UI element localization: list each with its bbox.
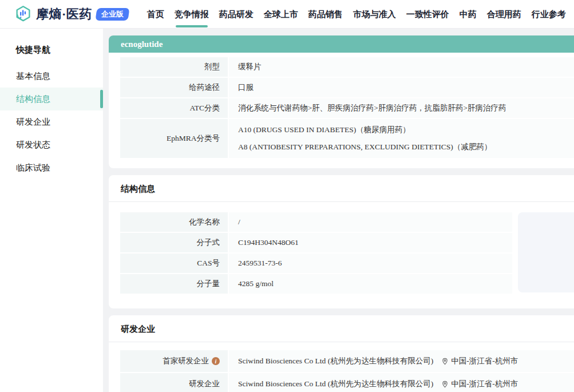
company-location: 中国-浙江省-杭州市	[441, 379, 518, 389]
nav-item-market-access[interactable]: 市场与准入	[353, 0, 396, 29]
row-value: 消化系统与代谢药物>肝、胆疾病治疗药>肝病治疗药，抗脂肪肝药>肝病治疗药	[229, 98, 574, 118]
molecular-structure-placeholder	[518, 212, 574, 292]
row-value: A10 (DRUGS USED IN DIABETES)（糖尿病用药） A8 (…	[229, 119, 574, 158]
main-nav: 首页 竞争情报 药品研发 全球上市 药品销售 市场与准入 一致性评价 中药 合理…	[147, 0, 566, 29]
table-row: 分子式 C194H304N48O61	[120, 233, 512, 252]
row-label: 分子量	[120, 274, 228, 294]
location-text: 中国-浙江省-杭州市	[451, 379, 518, 389]
brand-name: 摩熵·医药	[36, 6, 92, 23]
table-row: 分子量 4285 g/mol	[120, 274, 512, 294]
table-row: EphMRA分类号 A10 (DRUGS USED IN DIABETES)（糖…	[120, 119, 574, 158]
nav-item-drug-sales[interactable]: 药品销售	[308, 0, 343, 29]
rd-company-card: 研发企业 首家研发企业 i Sciwind Biosciences Co Ltd…	[109, 315, 574, 392]
sidebar-item-clinical-trials[interactable]: 临床试验	[0, 156, 103, 179]
company-name[interactable]: Sciwind Biosciences Co Ltd (杭州先为达生物科技有限公…	[238, 356, 433, 366]
table-row: 首家研发企业 i Sciwind Biosciences Co Ltd (杭州先…	[120, 350, 574, 372]
row-value: 4285 g/mol	[229, 274, 512, 294]
row-value: Sciwind Biosciences Co Ltd (杭州先为达生物科技有限公…	[229, 350, 574, 372]
quick-nav-sidebar: 快捷导航 基本信息 结构信息 研发企业 研发状态 临床试验	[0, 29, 103, 392]
company-name[interactable]: Sciwind Biosciences Co Ltd (杭州先为达生物科技有限公…	[238, 379, 433, 389]
nav-item-consistency-eval[interactable]: 一致性评价	[406, 0, 449, 29]
table-row: 剂型 缓释片	[120, 57, 574, 77]
table-row: CAS号 2459531-73-6	[120, 254, 512, 273]
row-label: 化学名称	[120, 212, 228, 232]
rd-company-body: 首家研发企业 i Sciwind Biosciences Co Ltd (杭州先…	[109, 342, 574, 392]
rd-company-table: 首家研发企业 i Sciwind Biosciences Co Ltd (杭州先…	[120, 350, 574, 392]
location-pin-icon	[441, 381, 449, 388]
row-label: EphMRA分类号	[120, 119, 228, 158]
nav-item-tcm[interactable]: 中药	[460, 0, 477, 29]
nav-item-rational-use[interactable]: 合理用药	[487, 0, 521, 29]
info-icon[interactable]: i	[212, 357, 220, 365]
row-label: 剂型	[120, 57, 228, 77]
page-layout: 快捷导航 基本信息 结构信息 研发企业 研发状态 临床试验 ecnoglutid…	[0, 29, 574, 392]
section-title: 结构信息	[109, 175, 574, 202]
structure-info-card: 结构信息 化学名称 / 分子式 C194H304N48O61 CAS号 2459…	[109, 175, 574, 308]
nav-item-competitive-intel[interactable]: 竞争情报	[175, 0, 209, 29]
row-label: CAS号	[120, 254, 228, 273]
drug-name: ecnoglutide	[121, 39, 163, 49]
row-label: 给药途径	[120, 78, 228, 97]
brand-hexagon-icon	[14, 5, 32, 23]
top-navbar: 摩熵·医药 企业版 首页 竞争情报 药品研发 全球上市 药品销售 市场与准入 一…	[0, 0, 574, 29]
row-value: 2459531-73-6	[229, 254, 512, 273]
main-content: ecnoglutide 剂型 缓释片 给药途径 口服 ATC分类 消化系统与代谢…	[109, 29, 574, 392]
sidebar-title: 快捷导航	[0, 39, 103, 61]
row-value: /	[229, 212, 512, 232]
table-row: ATC分类 消化系统与代谢药物>肝、胆疾病治疗药>肝病治疗药，抗脂肪肝药>肝病治…	[120, 98, 574, 118]
row-value: 口服	[229, 78, 574, 97]
basic-info-card: ecnoglutide 剂型 缓释片 给药途径 口服 ATC分类 消化系统与代谢…	[109, 35, 574, 168]
sidebar-item-structure-info[interactable]: 结构信息	[0, 88, 103, 110]
table-row: 研发企业 Sciwind Biosciences Co Ltd (杭州先为达生物…	[120, 373, 574, 392]
table-row: 化学名称 /	[120, 212, 512, 232]
enterprise-badge: 企业版	[95, 8, 129, 21]
nav-item-global-launch[interactable]: 全球上市	[264, 0, 298, 29]
company-location: 中国-浙江省-杭州市	[441, 356, 518, 366]
row-label: 研发企业	[120, 373, 228, 392]
ephmra-line-1: A10 (DRUGS USED IN DIABETES)（糖尿病用药）	[238, 125, 410, 135]
nav-item-home[interactable]: 首页	[147, 0, 164, 29]
row-label: 分子式	[120, 233, 228, 252]
drug-name-header: ecnoglutide	[109, 35, 574, 53]
row-value: C194H304N48O61	[229, 233, 512, 252]
row-value: 缓释片	[229, 57, 574, 77]
section-title: 研发企业	[109, 315, 574, 342]
sidebar-item-rd-company[interactable]: 研发企业	[0, 110, 103, 133]
structure-info-table: 化学名称 / 分子式 C194H304N48O61 CAS号 2459531-7…	[120, 212, 512, 295]
basic-info-table: 剂型 缓释片 给药途径 口服 ATC分类 消化系统与代谢药物>肝、胆疾病治疗药>…	[109, 53, 574, 168]
location-text: 中国-浙江省-杭州市	[451, 356, 518, 366]
structure-info-body: 化学名称 / 分子式 C194H304N48O61 CAS号 2459531-7…	[109, 202, 574, 308]
brand-logo[interactable]: 摩熵·医药 企业版	[14, 5, 129, 23]
table-row: 给药途径 口服	[120, 78, 574, 97]
location-pin-icon	[441, 358, 449, 365]
sidebar-item-rd-status[interactable]: 研发状态	[0, 133, 103, 156]
nav-item-industry-reference[interactable]: 行业参考	[532, 0, 566, 29]
row-label: ATC分类	[120, 98, 228, 118]
row-label: 首家研发企业 i	[120, 350, 228, 372]
nav-item-drug-rd[interactable]: 药品研发	[219, 0, 254, 29]
sidebar-item-basic-info[interactable]: 基本信息	[0, 65, 103, 88]
ephmra-line-2: A8 (ANTIOBESITY PREPARATIONS, EXCLUDING …	[238, 142, 492, 152]
row-value: Sciwind Biosciences Co Ltd (杭州先为达生物科技有限公…	[229, 373, 574, 392]
